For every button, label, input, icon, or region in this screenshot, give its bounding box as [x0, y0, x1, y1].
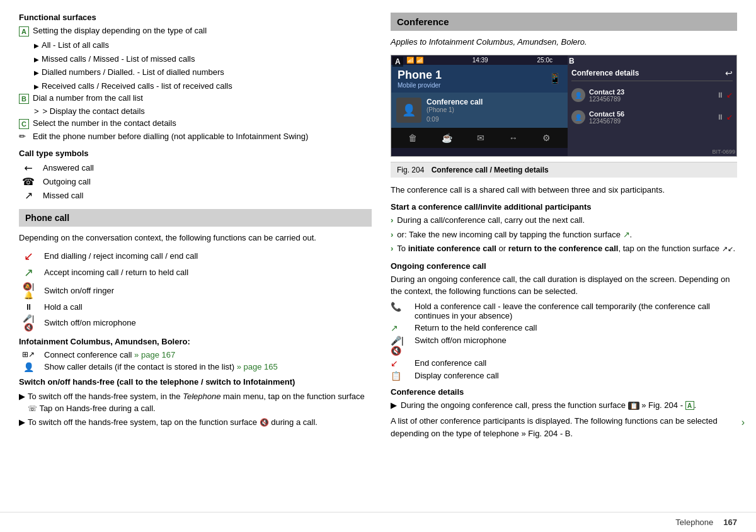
- bottom-icon-5: ⚙: [542, 133, 551, 143]
- contact-2-name: Contact 56: [589, 110, 624, 118]
- accept-call-text: Accept incoming call / return to held ca…: [44, 268, 188, 277]
- mic-text: Switch off/on microphone: [44, 318, 136, 327]
- contact-1-actions: ⏸ ↙: [716, 91, 733, 99]
- bottom-icon-4: ↔: [509, 133, 518, 143]
- item-a: A Setting the display depending on the t…: [19, 26, 372, 37]
- ongoing-func-4: ↙ End conference call: [391, 358, 737, 368]
- end-conf-text: End conference call: [415, 358, 486, 368]
- outgoing-call-item: ☎ Outgoing call: [19, 176, 372, 188]
- bullet-3: [34, 66, 39, 79]
- back-icon: ↩: [725, 68, 733, 78]
- ongoing-func-3: 🎤|🔇 Switch off/on microphone: [391, 336, 737, 356]
- conference-header: Conference: [391, 13, 737, 31]
- show-caller-link[interactable]: » page 165: [237, 362, 278, 371]
- mic-conf-icon: 🎤|🔇: [391, 336, 408, 356]
- display-conf-icon: 📋: [391, 371, 408, 381]
- sub-item-3: Dialled numbers / Dialled. - List of dia…: [34, 66, 372, 79]
- contact-1-end-icon[interactable]: ↙: [726, 91, 733, 99]
- show-caller-text: Show caller details (if the contact is s…: [44, 362, 278, 371]
- func-surface-icon: 📋: [628, 402, 639, 410]
- page-footer: Telephone 167: [0, 512, 756, 532]
- edit-phone-text: Edit the phone number before dialling (n…: [33, 132, 308, 141]
- outgoing-call-icon: ☎: [19, 176, 38, 188]
- contact-row-1: 👤 Contact 23 123456789 ⏸ ↙: [571, 86, 733, 105]
- phone-subtitle: Mobile provider: [398, 82, 442, 89]
- start-bullet-3: › To initiate conference call or return …: [391, 242, 737, 255]
- bullet-1: [34, 39, 39, 52]
- sub-item-1: All - List of all calls: [34, 39, 372, 52]
- figure-caption: Fig. 204 Conference call / Meeting detai…: [391, 162, 737, 178]
- item-b-text: Dial a number from the call list: [33, 93, 143, 103]
- item-a-subitems: All - List of all calls Missed calls / M…: [19, 39, 372, 92]
- func-hold: ⏸ Hold a call: [19, 302, 372, 312]
- item-a-text: Setting the display depending on the typ…: [33, 26, 207, 35]
- mic-conf-text: Switch off/on microphone: [415, 336, 507, 345]
- phone-name: Phone 1: [398, 69, 442, 82]
- bullet-4: [34, 80, 39, 93]
- conference-figure: A 📶 📶 14:39 25:0c Phone 1 Mobile provide…: [391, 55, 737, 157]
- bit-label: BIT-0699: [712, 149, 735, 155]
- missed-call-text: Missed call: [43, 191, 83, 200]
- contact-2-hold-icon[interactable]: ⏸: [716, 113, 724, 122]
- conference-description: The conference call is a shared call wit…: [391, 184, 737, 196]
- conf-details-title: Conference details: [571, 69, 639, 77]
- phone-icon: 📱: [549, 72, 561, 84]
- conf-details-bullet: ▶ During the ongoing conference call, pr…: [391, 399, 737, 412]
- func-microphone: 🎤|🔇 Switch off/on microphone: [19, 314, 372, 332]
- answered-call-item: ↙ Answered call: [19, 162, 372, 174]
- chevron-2: ›: [391, 229, 393, 241]
- contact-1-name: Contact 23: [589, 88, 624, 96]
- label-a: A: [19, 26, 29, 37]
- display-conf-text: Display conference call: [415, 371, 499, 380]
- outgoing-call-text: Outgoing call: [43, 177, 91, 186]
- section-label: Telephone: [675, 518, 713, 527]
- end-call-icon: ↙: [19, 249, 38, 263]
- chevron-1: ›: [391, 214, 393, 227]
- applies-text: Applies to Infotainment Columbus, Amunds…: [391, 36, 737, 48]
- hold-conf-icon: 📞: [391, 302, 408, 312]
- contact-2-info: 👤 Contact 56 123456789: [571, 110, 624, 125]
- conf-details-header: Conference details ↩: [571, 68, 733, 81]
- contact-2-avatar: 👤: [571, 110, 585, 124]
- hold-text: Hold a call: [44, 302, 83, 312]
- item-c-text: Select the number in the contact details: [33, 118, 176, 128]
- edit-phone-item: ✏ Edit the phone number before dialling …: [19, 132, 372, 141]
- start-bullet-2: › or: Take the new incoming call by tapp…: [391, 229, 737, 241]
- ongoing-func-5: 📋 Display conference call: [391, 371, 737, 381]
- right-column: Conference Applies to Infotainment Colum…: [391, 13, 737, 499]
- sub-item-1-text: All - List of all calls: [42, 39, 109, 52]
- call-type-title: Call type symbols: [19, 149, 372, 158]
- start-conference-title: Start a conference call/invite additiona…: [391, 202, 737, 212]
- status-time: 14:39: [472, 57, 488, 64]
- ringer-icon: 🔕|🔔: [19, 282, 38, 300]
- arrow-bullet: ▶: [391, 399, 397, 412]
- contact-1-hold-icon[interactable]: ⏸: [716, 91, 724, 99]
- return-conf-text: Return to the held conference call: [415, 323, 537, 332]
- status-right: 25:0c: [537, 57, 553, 64]
- conf-list-text: A list of other conference participants …: [391, 415, 737, 439]
- answered-call-text: Answered call: [43, 163, 94, 173]
- next-page-arrow: ›: [742, 415, 745, 430]
- contact-2-number: 123456789: [589, 118, 624, 125]
- figure-panel-b: B Conference details ↩ 👤 Contact 23 1234…: [568, 55, 736, 156]
- switch-handsfree-section: Switch on/off hands-free (call to the te…: [19, 377, 372, 429]
- return-conf-icon: ↗: [391, 323, 408, 333]
- phone-call-description: Depending on the conversation context, t…: [19, 232, 372, 244]
- call-type-display: Conference call: [427, 98, 483, 106]
- infotainment-section: Infotainment Columbus, Amundsen, Bolero:…: [19, 337, 372, 372]
- switch-handsfree-title: Switch on/off hands-free (call to the te…: [19, 377, 372, 387]
- connect-conference-link[interactable]: » page 167: [134, 350, 175, 359]
- contact-1-number: 123456789: [589, 96, 624, 103]
- fig-title: Conference call / Meeting details: [432, 166, 549, 174]
- contact-2-end-icon[interactable]: ↙: [726, 113, 733, 122]
- contact-2-actions: ⏸ ↙: [716, 113, 733, 122]
- label-c: C: [19, 119, 29, 129]
- page-number: 167: [723, 518, 737, 527]
- ongoing-func-1: 📞 Hold a conference call - leave the con…: [391, 302, 737, 320]
- bullet-2: [34, 53, 39, 65]
- bottom-icon-2: ☕: [442, 133, 452, 143]
- contact-1-avatar: 👤: [571, 88, 585, 102]
- display-contact-item: > > Display the contact details: [19, 106, 372, 116]
- contact-1-info: 👤 Contact 23 123456789: [571, 88, 624, 103]
- edit-icon: ✏: [19, 132, 29, 141]
